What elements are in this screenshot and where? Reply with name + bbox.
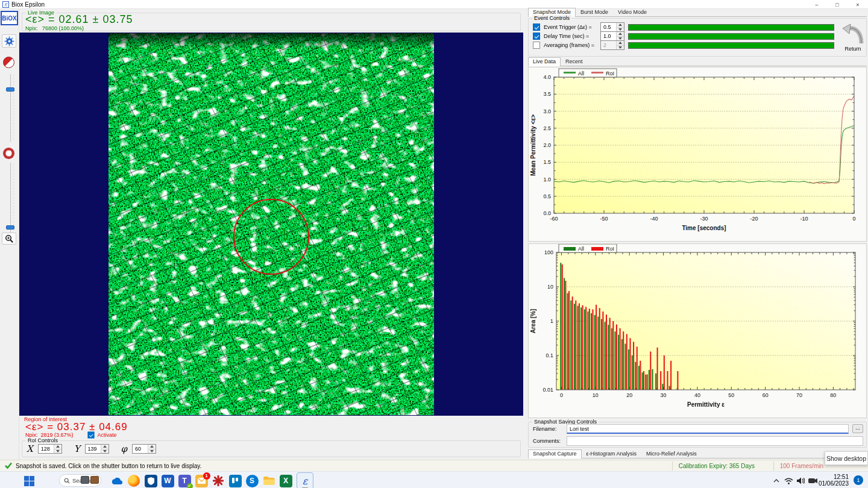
taskbar-trello[interactable] bbox=[228, 474, 242, 488]
taskbar-firefox[interactable] bbox=[127, 474, 141, 488]
tab-histogram-analysis[interactable]: ε-Histogram Analysis bbox=[582, 449, 642, 458]
live-npix-value: 76800 (100.00%) bbox=[42, 25, 84, 31]
tray-webcam[interactable] bbox=[805, 474, 820, 488]
biox-logo: BiOX bbox=[1, 11, 18, 25]
averaging-checkbox[interactable] bbox=[533, 42, 540, 49]
delay-time-checkbox[interactable] bbox=[533, 33, 540, 40]
svg-text:All: All bbox=[578, 70, 584, 77]
spinner-buttons[interactable] bbox=[616, 23, 624, 31]
svg-text:Permittivity ε: Permittivity ε bbox=[687, 401, 725, 408]
roi-x-spinner[interactable]: 128 bbox=[38, 444, 62, 454]
search-thumbnail-briefcase[interactable] bbox=[90, 476, 99, 484]
svg-text:40: 40 bbox=[694, 392, 700, 398]
aperture-button[interactable] bbox=[3, 148, 14, 159]
svg-text:10: 10 bbox=[547, 284, 553, 290]
tab-video-mode[interactable]: Video Mode bbox=[613, 8, 652, 16]
slider-track bbox=[10, 163, 11, 234]
taskbar-teams[interactable]: T ✓ bbox=[177, 474, 192, 488]
search-thumbnail-laptop[interactable] bbox=[81, 476, 89, 484]
focus-slider[interactable] bbox=[2, 163, 14, 234]
roi-y-spinner[interactable]: 139 bbox=[85, 444, 109, 454]
roi-phi-label: φ bbox=[121, 443, 128, 454]
settings-button[interactable] bbox=[2, 34, 16, 48]
taskbar-plugin[interactable] bbox=[211, 474, 225, 488]
teams-icon: T ✓ bbox=[178, 475, 191, 487]
fluorescence-image bbox=[108, 33, 434, 415]
show-desktop-tooltip: Show desktop bbox=[825, 451, 868, 465]
delay-time-label: Delay Time (sec) = bbox=[544, 33, 597, 39]
return-button[interactable]: Return bbox=[839, 20, 867, 52]
red-star-icon bbox=[213, 475, 224, 486]
browse-button[interactable]: ... bbox=[852, 424, 863, 433]
slider-ticks bbox=[13, 75, 14, 140]
chevron-up-icon bbox=[773, 479, 779, 483]
tab-snapshot-capture[interactable]: Snapshot Capture bbox=[528, 449, 582, 458]
svg-text:50: 50 bbox=[728, 392, 734, 398]
folder-icon bbox=[263, 476, 275, 486]
spinner-buttons[interactable] bbox=[148, 445, 156, 453]
tab-recent[interactable]: Recent bbox=[561, 57, 588, 66]
taskbar-epsilon-active[interactable]: ε bbox=[297, 472, 313, 488]
svg-text:60: 60 bbox=[763, 392, 769, 398]
spinner-buttons[interactable] bbox=[616, 32, 624, 40]
taskbar-skype[interactable]: S bbox=[245, 474, 259, 488]
svg-text:-20: -20 bbox=[750, 216, 758, 222]
settings-gear-icon bbox=[4, 36, 14, 46]
svg-text:10: 10 bbox=[593, 392, 599, 398]
shield-icon bbox=[145, 475, 157, 487]
svg-text:4.0: 4.0 bbox=[543, 74, 551, 80]
taskbar-explorer[interactable] bbox=[262, 474, 276, 488]
teams-status-badge: ✓ bbox=[187, 483, 193, 488]
svg-text:Mean Permittivity <ε>: Mean Permittivity <ε> bbox=[530, 114, 536, 176]
start-button[interactable] bbox=[22, 474, 36, 488]
mail-notification-badge: 1 bbox=[203, 472, 210, 480]
spinner-buttons[interactable] bbox=[616, 41, 624, 49]
tab-live-data[interactable]: Live Data bbox=[528, 57, 561, 66]
left-toolbar: BiOX bbox=[0, 9, 19, 460]
focus-slider-handle[interactable] bbox=[6, 225, 14, 230]
data-tabs: Live DataRecent bbox=[528, 57, 867, 66]
shutter-button[interactable] bbox=[3, 57, 14, 68]
tray-clock[interactable]: 12:51 01/06/2023 bbox=[819, 474, 849, 487]
taskbar-word[interactable]: W bbox=[160, 474, 175, 488]
delay-time-progressbar bbox=[628, 33, 834, 40]
excel-icon: X bbox=[280, 475, 292, 487]
mode-tabs: Snapshot ModeBurst ModeVideo Mode bbox=[528, 8, 867, 17]
live-image-viewport[interactable] bbox=[19, 33, 523, 416]
spinner-buttons[interactable] bbox=[101, 445, 108, 453]
gain-slider-handle[interactable] bbox=[6, 87, 14, 92]
event-trigger-row: Event Trigger (Δε) = 0.5 bbox=[533, 22, 834, 32]
tab-burst-mode[interactable]: Burst Mode bbox=[576, 8, 613, 16]
comments-input[interactable] bbox=[567, 436, 863, 446]
svg-text:3.5: 3.5 bbox=[543, 91, 551, 97]
tab-micro-relief-analysis[interactable]: Micro-Relief Analysis bbox=[641, 449, 702, 458]
notification-count-badge[interactable]: 1 bbox=[854, 475, 863, 485]
averaging-spinner[interactable]: 2 bbox=[600, 40, 624, 50]
filename-input[interactable]: Lori test bbox=[567, 424, 849, 434]
wifi-icon bbox=[784, 478, 793, 484]
roi-activate-checkbox[interactable] bbox=[87, 432, 94, 439]
svg-text:0.5: 0.5 bbox=[543, 193, 551, 199]
windows-logo-icon bbox=[24, 476, 34, 486]
gain-slider[interactable] bbox=[2, 74, 14, 142]
taskbar-defender[interactable] bbox=[143, 474, 158, 488]
epsilon-app-icon: ε bbox=[303, 475, 307, 487]
slider-ticks bbox=[13, 164, 14, 233]
event-trigger-checkbox[interactable] bbox=[533, 23, 540, 31]
return-label: Return bbox=[844, 46, 861, 52]
roi-phi-spinner[interactable]: 60 bbox=[132, 444, 156, 454]
taskbar-excel[interactable]: X bbox=[278, 474, 293, 488]
status-bar: Snapshot is saved. Click on the shutter … bbox=[0, 460, 868, 471]
averaging-label: Averaging (frames) = bbox=[544, 42, 597, 48]
svg-text:-50: -50 bbox=[600, 216, 608, 222]
svg-text:1.0: 1.0 bbox=[543, 177, 551, 183]
comments-label: Comments: bbox=[533, 438, 561, 444]
spinner-buttons[interactable] bbox=[54, 445, 61, 453]
slider-track bbox=[10, 74, 11, 142]
taskbar: Search W T ✓ bbox=[0, 471, 868, 488]
taskbar-onedrive[interactable] bbox=[110, 474, 124, 488]
event-controls-label: Event Controls bbox=[532, 15, 571, 22]
taskbar-mail[interactable]: 1 bbox=[194, 474, 209, 488]
zoom-button[interactable] bbox=[2, 233, 16, 245]
svg-text:0: 0 bbox=[852, 216, 855, 222]
